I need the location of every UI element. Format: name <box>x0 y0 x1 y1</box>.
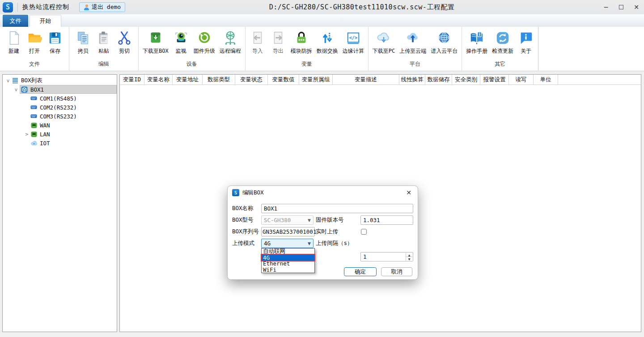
upload-mode-label: 上传模式 <box>232 240 254 247</box>
main-content: v BOX列表 v BOX1 COM1(RS485) COM2(RS232) <box>0 72 644 336</box>
column-header[interactable]: 数据类型 <box>203 75 235 84</box>
box-model-label: BOX型号 <box>232 216 254 224</box>
tab-file[interactable]: 文件 <box>3 15 28 27</box>
box-serial-value: GN3SAB2537001001 <box>261 227 315 236</box>
tree-item-lan[interactable]: > LAN <box>3 130 117 139</box>
logout-label: 退出 demo <box>92 3 121 11</box>
close-button[interactable]: ✕ <box>629 0 644 14</box>
column-header[interactable]: 变量描述 <box>333 75 399 84</box>
firmware-upgrade-button[interactable]: 固件升级 <box>191 30 217 55</box>
ribbon-group-file: 新建 打开 保存 文件 <box>0 27 69 71</box>
column-header[interactable]: 读写 <box>509 75 534 84</box>
new-file-icon <box>6 30 22 46</box>
export-icon <box>270 30 286 46</box>
column-header[interactable]: 变量所属组 <box>299 75 333 84</box>
column-header[interactable]: 变量名称 <box>144 75 173 84</box>
maximize-button[interactable]: ☐ <box>614 0 629 14</box>
column-header[interactable]: 单位 <box>534 75 558 84</box>
list-icon <box>12 77 18 84</box>
column-header[interactable]: 变量状态 <box>235 75 268 84</box>
edge-computing-button[interactable]: </> 边缘计算 <box>340 30 366 55</box>
about-button[interactable]: 关于 <box>516 30 536 55</box>
ribbon-tab-strip: 文件 开始 <box>0 14 644 27</box>
variable-table-header: 变量ID 变量名称 变量地址 数据类型 变量状态 变量数值 变量所属组 变量描述… <box>120 75 641 85</box>
open-folder-icon <box>26 30 42 46</box>
box-name-input[interactable]: BOX1 <box>261 204 413 213</box>
group-label: 编辑 <box>73 59 135 71</box>
realtime-upload-checkbox[interactable] <box>361 229 367 235</box>
dropdown-option-auto[interactable]: 自动联网 <box>262 249 314 255</box>
dropdown-option-4g[interactable]: 4G <box>262 255 314 261</box>
column-header[interactable]: 变量ID <box>120 75 144 84</box>
data-exchange-button[interactable]: 数据交换 <box>314 30 340 55</box>
monitor-button[interactable]: 监视 <box>171 30 191 55</box>
open-button[interactable]: 打开 <box>24 30 45 55</box>
tree-item-wan[interactable]: WAN <box>3 121 117 130</box>
download-to-pc-button[interactable]: 下载至PC <box>370 30 397 55</box>
check-update-button[interactable]: 检查更新 <box>490 30 516 55</box>
dialog-close-icon[interactable]: ✕ <box>404 189 413 196</box>
spin-down-icon[interactable]: ▼ <box>406 257 412 261</box>
upload-mode-combobox[interactable]: 4G▼ <box>261 239 314 248</box>
paste-button[interactable]: 粘贴 <box>93 30 114 55</box>
ribbon-group-other: i 操作手册 检查更新 关于 其它 <box>462 27 538 71</box>
chevron-right-icon[interactable]: > <box>23 132 30 137</box>
remote-programming-button[interactable]: 远程编程 <box>217 30 243 55</box>
box-model-combobox[interactable]: SC-GH380▼ <box>261 215 314 225</box>
column-header[interactable]: 报警设置 <box>480 75 509 84</box>
upload-to-cloud-button[interactable]: 上传至云端 <box>397 30 428 55</box>
group-label: 设备 <box>140 59 243 71</box>
logout-button[interactable]: 退出 demo <box>79 2 125 12</box>
download-to-box-button[interactable]: 下载至BOX <box>140 30 171 55</box>
firmware-version-input[interactable]: 1.031 <box>360 215 413 225</box>
column-header[interactable]: 数据储存 <box>425 75 452 84</box>
tree-item-com2[interactable]: COM2(RS232) <box>3 103 117 112</box>
box-name-label: BOX名称 <box>232 205 254 212</box>
spin-up-icon[interactable]: ▲ <box>406 253 412 257</box>
cloud-platform-icon <box>436 30 452 46</box>
tab-start[interactable]: 开始 <box>30 15 61 27</box>
firmware-upgrade-icon <box>196 30 212 46</box>
minimize-button[interactable]: ─ <box>598 0 614 14</box>
ribbon-group-variable: 导入 导出 模块防拆 数据交换 </> 边缘计算 <box>246 27 369 71</box>
export-button[interactable]: 导出 <box>268 30 288 55</box>
tree-item-com1[interactable]: COM1(RS485) <box>3 94 117 103</box>
tree-item-com3[interactable]: COM3(RS232) <box>3 112 117 121</box>
upload-mode-dropdown: 自动联网 4G Ethernet WiFi <box>261 248 315 273</box>
box-serial-label: BOX序列号 <box>232 228 259 236</box>
edge-computing-icon: </> <box>345 30 361 46</box>
import-button[interactable]: 导入 <box>247 30 268 55</box>
cancel-button[interactable]: 取消 <box>381 267 412 276</box>
svg-text:</>: </> <box>349 35 357 40</box>
tree-item-box-list[interactable]: v BOX列表 <box>3 76 117 85</box>
iot-cloud-icon <box>30 140 37 147</box>
dropdown-option-wifi[interactable]: WiFi <box>262 267 314 273</box>
new-button[interactable]: 新建 <box>4 30 24 55</box>
column-header[interactable]: 线性换算 <box>399 75 425 84</box>
tree-item-box1[interactable]: v BOX1 <box>3 85 117 94</box>
ok-button[interactable]: 确定 <box>344 267 377 276</box>
ribbon-group-edit: 拷贝 粘贴 剪切 编辑 <box>69 27 139 71</box>
cut-button[interactable]: 剪切 <box>114 30 135 55</box>
group-label: 其它 <box>464 59 536 71</box>
column-header[interactable]: 安全类别 <box>452 75 480 84</box>
save-button[interactable]: 保存 <box>45 30 65 55</box>
user-avatar-icon <box>84 4 89 10</box>
chevron-down-icon[interactable]: v <box>13 87 20 92</box>
upload-interval-spinner[interactable]: 1 ▲ ▼ <box>360 252 413 261</box>
tamper-lock-button[interactable]: 模块防拆 <box>288 30 314 55</box>
manual-button[interactable]: i 操作手册 <box>464 30 490 55</box>
chevron-down-icon[interactable]: v <box>4 78 12 83</box>
enter-cloud-platform-button[interactable]: 进入云平台 <box>428 30 460 55</box>
column-header[interactable]: 变量地址 <box>173 75 203 84</box>
divider <box>17 3 18 12</box>
check-update-icon <box>495 30 511 46</box>
copy-button[interactable]: 拷贝 <box>73 30 93 55</box>
tree-item-iot[interactable]: IOT <box>3 139 117 147</box>
dropdown-option-ethernet[interactable]: Ethernet <box>262 261 314 267</box>
svg-text:i: i <box>479 32 480 37</box>
paste-icon <box>96 30 112 46</box>
title-bar: S 换热站流程控制 退出 demo D:/SC-GH280/SC-GH380te… <box>0 0 644 14</box>
column-header[interactable]: 变量数值 <box>268 75 299 84</box>
data-exchange-icon <box>319 30 335 46</box>
